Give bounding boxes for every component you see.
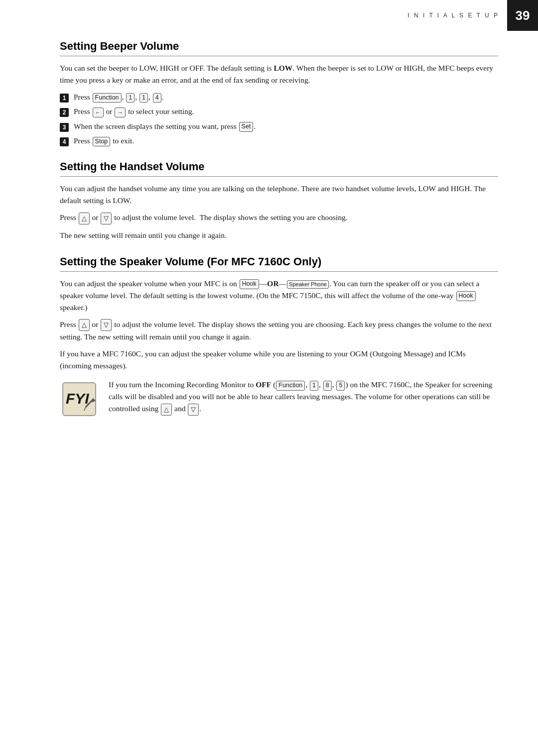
key-hook-2: Hook	[456, 291, 476, 301]
section3-divider	[60, 271, 498, 272]
section2-para3: The new setting will remain until you ch…	[60, 229, 498, 241]
key-1-1: 1	[126, 93, 134, 103]
section2-para2: Press △ or ▽ to adjust the volume level.…	[60, 212, 498, 224]
section3-title: Setting the Speaker Volume (For MFC 7160…	[60, 255, 498, 268]
section1-divider	[60, 56, 498, 56]
key-speaker-phone: Speaker Phone	[287, 280, 329, 289]
header-label: I N I T I A L S E T U P	[398, 3, 507, 28]
header-bar: I N I T I A L S E T U P 39	[398, 0, 538, 31]
step-3: 3 When the screen displays the setting y…	[60, 120, 498, 132]
bold-low: LOW	[273, 64, 292, 72]
section1-paragraph: You can set the beeper to LOW, HIGH or O…	[60, 62, 498, 86]
step-4: 4 Press Stop to exit.	[60, 135, 498, 146]
key-fyi-5: 5	[336, 381, 345, 391]
bold-off: OFF	[256, 380, 271, 389]
key-fyi-1: 1	[310, 381, 318, 391]
fyi-icon: FYI	[60, 380, 100, 421]
section2-para1: You can adjust the handset volume any ti…	[60, 183, 498, 207]
key-stop: Stop	[93, 137, 111, 147]
key-4: 4	[153, 93, 161, 103]
tri-up-3: △	[161, 404, 172, 416]
section3-para1: You can adjust the speaker volume when y…	[60, 278, 498, 314]
tri-up-2: △	[79, 319, 90, 331]
page-number: 39	[507, 0, 538, 31]
section3-para3: If you have a MFC 7160C, you can adjust …	[60, 348, 498, 372]
key-hook-1: Hook	[240, 279, 259, 289]
tri-down-2: ▽	[101, 319, 112, 331]
step-1: 1 Press Function, 1, 1, 4.	[60, 91, 498, 103]
step-3-content: When the screen displays the setting you…	[74, 120, 256, 132]
key-1-2: 1	[139, 93, 148, 103]
page-container: I N I T I A L S E T U P 39 Setting Beepe…	[0, 0, 538, 756]
section1-title: Setting Beeper Volume	[60, 40, 498, 53]
key-function-fyi: Function	[276, 381, 305, 391]
key-fyi-8: 8	[323, 381, 332, 391]
section1-steps: 1 Press Function, 1, 1, 4. 2 Press ← or …	[60, 91, 498, 146]
step-2: 2 Press ← or → to select your setting.	[60, 106, 498, 117]
svg-text:FYI: FYI	[66, 390, 89, 407]
fyi-text: If you turn the Incoming Recording Monit…	[109, 379, 498, 416]
bold-or: OR	[267, 279, 278, 288]
step-num-3: 3	[60, 123, 69, 132]
tri-down-3: ▽	[188, 404, 199, 416]
step-num-4: 4	[60, 137, 69, 146]
step-num-2: 2	[60, 108, 69, 117]
section-speaker-volume: Setting the Speaker Volume (For MFC 7160…	[60, 255, 498, 421]
step-4-content: Press Stop to exit.	[74, 135, 134, 146]
content-area: Setting Beeper Volume You can set the be…	[60, 40, 498, 726]
step-1-content: Press Function, 1, 1, 4.	[74, 91, 164, 103]
fyi-svg: FYI	[60, 380, 99, 419]
section3-para2: Press △ or ▽ to adjust the volume level.…	[60, 319, 498, 343]
section2-divider	[60, 176, 498, 177]
section-handset-volume: Setting the Handset Volume You can adjus…	[60, 160, 498, 241]
key-function-1: Function	[93, 93, 122, 103]
section-beeper-volume: Setting Beeper Volume You can set the be…	[60, 40, 498, 146]
key-left-arrow: ←	[93, 108, 104, 117]
tri-up-1: △	[79, 213, 90, 224]
section2-title: Setting the Handset Volume	[60, 160, 498, 173]
step-2-content: Press ← or → to select your setting.	[74, 106, 194, 117]
key-right-arrow: →	[115, 108, 126, 117]
fyi-section: FYI If you turn the Incoming Recording M…	[60, 379, 498, 421]
tri-down-1: ▽	[101, 213, 112, 224]
step-num-1: 1	[60, 94, 69, 103]
key-set-1: Set	[239, 122, 254, 132]
